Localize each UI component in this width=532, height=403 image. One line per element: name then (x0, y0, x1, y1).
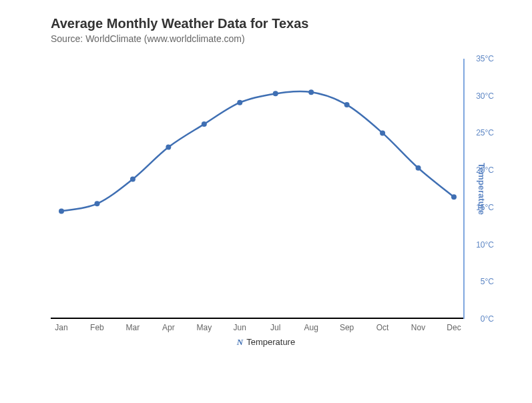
x-axis-tick: May (196, 323, 212, 332)
legend: NTemperature (0, 337, 532, 348)
data-point[interactable] (130, 177, 136, 182)
x-axis-tick: Jan (55, 323, 67, 332)
data-point[interactable] (166, 145, 171, 150)
x-axis-tick: Apr (162, 323, 175, 332)
y-axis-tick: 15°C (476, 203, 494, 212)
x-axis-tick: Dec (447, 323, 461, 332)
x-axis-tick: Feb (90, 323, 104, 332)
data-point[interactable] (237, 100, 242, 105)
data-point[interactable] (451, 194, 457, 199)
data-point[interactable] (380, 130, 385, 135)
y-axis-tick: 35°C (476, 54, 494, 63)
chart-subtitle: Source: WorldClimate (www.worldclimate.c… (51, 33, 245, 44)
data-point[interactable] (344, 102, 350, 107)
x-axis-tick: Aug (304, 323, 318, 332)
data-point[interactable] (94, 201, 99, 206)
chart-plot-area: Temperature JanFebMarAprMayJunJulAugSepO… (51, 59, 465, 319)
x-axis-tick: Jul (270, 323, 280, 332)
x-axis-tick: Mar (126, 323, 140, 332)
data-point[interactable] (202, 121, 207, 127)
y-axis-tick: 25°C (476, 128, 494, 137)
x-axis-tick: Jun (234, 323, 246, 332)
legend-series-label: Temperature (246, 337, 295, 347)
y-axis-tick: 20°C (476, 165, 494, 175)
legend-glyph-icon: N (237, 337, 243, 347)
data-point[interactable] (273, 91, 278, 96)
y-axis-tick: 10°C (476, 240, 494, 250)
y-axis-tick: 5°C (481, 277, 494, 286)
x-axis-tick: Oct (376, 323, 389, 332)
data-point[interactable] (308, 89, 314, 95)
data-point[interactable] (59, 208, 64, 214)
data-point[interactable] (416, 165, 421, 171)
y-axis-tick: 0°C (481, 314, 494, 324)
chart-title: Average Monthly Weather Data for Texas (51, 16, 308, 31)
series-line (61, 91, 454, 211)
x-axis-tick: Nov (411, 323, 425, 332)
y-axis-tick: 30°C (476, 91, 494, 101)
x-axis-tick: Sep (340, 323, 354, 332)
line-series (51, 59, 465, 319)
